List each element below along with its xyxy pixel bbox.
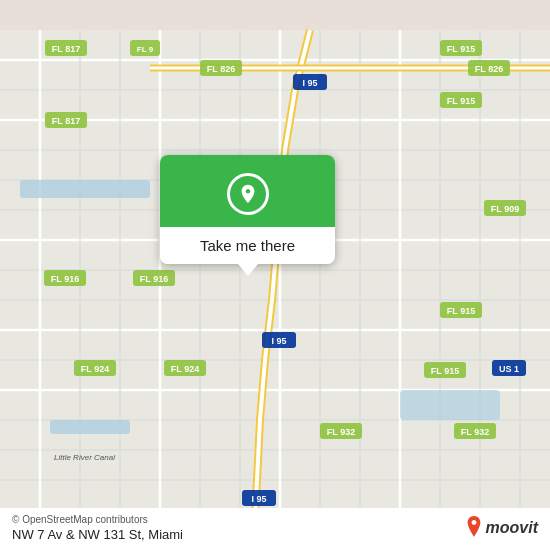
svg-text:FL 817: FL 817 (52, 44, 80, 54)
location-label: NW 7 Av & NW 131 St, Miami (12, 527, 183, 542)
svg-text:FL 915: FL 915 (447, 96, 475, 106)
svg-text:FL 817: FL 817 (52, 116, 80, 126)
svg-text:FL 915: FL 915 (447, 306, 475, 316)
bottom-bar: © OpenStreetMap contributors NW 7 Av & N… (0, 508, 550, 550)
bottom-left-info: © OpenStreetMap contributors NW 7 Av & N… (12, 514, 183, 542)
svg-text:I 95: I 95 (251, 494, 266, 504)
moovit-brand-text: moovit (486, 519, 538, 537)
location-icon (227, 173, 269, 215)
moovit-pin-icon (464, 516, 484, 540)
svg-rect-32 (50, 420, 130, 434)
moovit-logo: moovit (464, 516, 538, 540)
svg-text:FL 916: FL 916 (51, 274, 79, 284)
svg-text:I 95: I 95 (271, 336, 286, 346)
svg-text:I 95: I 95 (302, 78, 317, 88)
svg-text:FL 909: FL 909 (491, 204, 519, 214)
popup-card: Take me there (160, 155, 335, 264)
svg-text:FL 932: FL 932 (327, 427, 355, 437)
svg-text:FL 924: FL 924 (171, 364, 199, 374)
copyright-text: © OpenStreetMap contributors (12, 514, 183, 525)
svg-text:FL 924: FL 924 (81, 364, 109, 374)
svg-text:FL 826: FL 826 (207, 64, 235, 74)
svg-text:Little River Canal: Little River Canal (54, 453, 115, 462)
svg-text:FL 916: FL 916 (140, 274, 168, 284)
svg-text:FL 9: FL 9 (137, 45, 154, 54)
svg-text:US 1: US 1 (499, 364, 519, 374)
popup-marker-area (160, 155, 335, 227)
map-container: FL 817 FL 915 FL 826 FL 826 I 95 FL 817 … (0, 0, 550, 550)
svg-text:FL 915: FL 915 (431, 366, 459, 376)
take-me-there-button[interactable]: Take me there (160, 227, 335, 264)
svg-rect-31 (20, 180, 150, 198)
svg-text:FL 915: FL 915 (447, 44, 475, 54)
svg-text:FL 826: FL 826 (475, 64, 503, 74)
popup-tail (238, 264, 258, 276)
svg-rect-33 (400, 390, 500, 420)
svg-text:FL 932: FL 932 (461, 427, 489, 437)
